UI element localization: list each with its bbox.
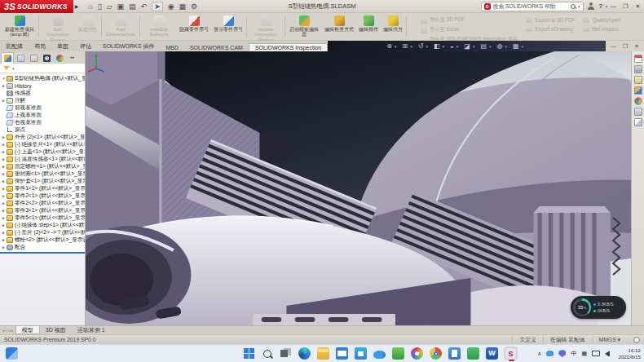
home-icon[interactable]: ⌂ (88, 2, 92, 11)
doc-close-button[interactable]: ✕ (634, 43, 639, 50)
ribbon-tab-布局[interactable]: 布局 (29, 42, 51, 51)
expand-arrow-icon[interactable]: ▶ (1, 245, 7, 249)
print-icon[interactable]: ▤ (129, 2, 136, 11)
monitor-tray-icon[interactable] (592, 351, 600, 356)
doc-restore-button[interactable]: ❐ (623, 43, 628, 50)
widgets-icon[interactable] (6, 347, 18, 360)
ribbon-tab-SOLIDWORKS CAM[interactable]: SOLIDWORKS CAM (184, 44, 249, 51)
tree-item[interactable]: ▶固定螺栓<1> (默认<<默认>_显示状态> (1, 163, 85, 170)
ime-language-indicator[interactable]: 中 (571, 351, 576, 357)
tree-item[interactable]: 原点 (1, 126, 85, 134)
onedrive-tray-icon[interactable] (546, 351, 554, 356)
expand-arrow-icon[interactable]: ▶ (1, 223, 7, 227)
ribbon-button[interactable]: 新建检查项目 (amp:树) (2, 14, 37, 40)
tree-item[interactable]: ▶保护套<1> (默认<<默认>_显示状态> (1, 178, 85, 185)
expand-arrow-icon[interactable]: ▶ (1, 231, 7, 235)
model-tab-3D 视图[interactable]: 3D 视图 (40, 326, 72, 334)
ribbon-tab-装配体[interactable]: 装配体 (0, 42, 29, 51)
rebuild-stoplight-icon[interactable]: ◉ (168, 2, 174, 11)
displaymanager-tab[interactable] (53, 52, 66, 64)
search-caret-icon[interactable]: ▾ (578, 4, 580, 9)
filter-caret-icon[interactable]: ▾ (12, 66, 15, 71)
tab-scroll-arrow[interactable]: » (11, 328, 13, 333)
hide-show-items-icon[interactable]: ▤ (480, 43, 487, 50)
user-account-icon[interactable] (588, 2, 595, 10)
menu-expand-arrow[interactable]: ▶ (75, 3, 79, 9)
view-palette-icon[interactable] (634, 108, 642, 116)
expand-arrow-icon[interactable]: ▶ (1, 209, 7, 213)
expand-arrow-icon[interactable]: ▶ (1, 150, 7, 154)
zoom-fit-icon[interactable]: ⊕ (386, 43, 392, 50)
tree-item[interactable]: ▶注解 (1, 97, 85, 104)
ribbon-tab-草图[interactable]: 草图 (51, 42, 74, 51)
tree-root[interactable]: ▼S型铂铑热电偶 (默认<默认_显示状态-1> (1, 75, 85, 82)
view-orientation-icon-caret[interactable]: ▾ (457, 44, 459, 49)
appearances-icon[interactable] (634, 97, 642, 105)
task-view-icon[interactable] (280, 347, 292, 360)
save-icon[interactable]: ▣ (117, 2, 125, 11)
tree-item[interactable]: ▶零件2<1> (默认<<默认>_显示状态> (1, 192, 85, 200)
view-orientation-icon[interactable]: ◒ (450, 43, 454, 50)
expand-arrow-icon[interactable]: ▶ (1, 194, 7, 198)
solidworks-logo[interactable]: 3S SOLIDWORKS (0, 0, 73, 13)
tree-item[interactable]: ▶History (1, 82, 85, 90)
undo-icon[interactable]: ↶ (141, 2, 148, 11)
ribbon-button[interactable]: 隐藏零件序号 (177, 14, 211, 40)
file-explorer-icon[interactable] (317, 347, 329, 360)
help-icon[interactable]: ? (599, 2, 603, 10)
expand-arrow-icon[interactable]: ▶ (1, 201, 7, 205)
tree-item[interactable]: ▶螺栓<2> (默认<<默认>_显示状态> (1, 236, 85, 244)
expand-arrow-icon[interactable]: ▶ (1, 179, 7, 183)
dimxpertmanager-tab[interactable] (40, 52, 53, 64)
ribbon-button[interactable]: 编辑供方 (381, 14, 405, 40)
tree-item[interactable]: ▶外壳 (2)<1> (默认<<默认>_显示状态> (1, 134, 85, 141)
select-arrow-icon[interactable]: ➤ (152, 2, 163, 11)
store-icon[interactable] (355, 347, 367, 360)
tab-scroll-arrow[interactable]: « (2, 328, 5, 333)
ime-mode-icon[interactable]: ▦ (581, 351, 587, 357)
options-gear-icon[interactable]: ⚙ (191, 2, 197, 11)
open-icon[interactable]: ▱ (107, 2, 112, 11)
taskbar-clock[interactable]: 16:12 2022/8/15 (618, 347, 641, 359)
new-document-icon[interactable]: ▯ (98, 2, 102, 11)
design-library-icon[interactable] (634, 76, 642, 84)
expand-arrow-icon[interactable]: ▶ (1, 165, 7, 169)
expand-arrow-icon[interactable]: ▶ (1, 84, 7, 88)
tree-item[interactable]: 右视基准面 (1, 119, 85, 126)
solidworks-taskbar-icon[interactable]: S (505, 347, 517, 360)
expand-arrow-icon[interactable]: ▶ (1, 99, 7, 103)
apply-scene-icon[interactable]: ▦ (513, 43, 519, 50)
filter-funnel-icon[interactable] (3, 66, 10, 70)
start-button[interactable] (243, 347, 255, 360)
propertymanager-tab[interactable] (14, 52, 27, 64)
search-icon[interactable] (571, 4, 576, 9)
restore-button[interactable]: ❐ (620, 0, 632, 13)
section-view-icon[interactable]: ◧ (434, 43, 440, 50)
taskbar-search-icon[interactable] (263, 350, 271, 358)
model-tab-模型[interactable]: 模型 (15, 326, 40, 334)
net-speed-overlay[interactable]: 35% 0.3KB/S0KB/S (571, 296, 626, 319)
expand-arrow-icon[interactable]: ▶ (1, 187, 7, 191)
graphics-viewport[interactable]: 35% 0.3KB/S0KB/S (86, 51, 644, 325)
expand-arrow-icon[interactable]: ▶ (1, 172, 7, 176)
expand-arrow-icon[interactable]: ▶ (1, 135, 7, 139)
ribbon-button[interactable]: 显示零件序号 (211, 14, 245, 40)
hidden-icons-chevron[interactable]: ∧ (537, 351, 541, 357)
minimize-button[interactable]: — (607, 0, 620, 13)
edit-appearance-icon[interactable]: ◍ (496, 43, 502, 50)
file-explorer-pane-icon[interactable] (634, 86, 642, 95)
tree-item[interactable]: ▶配合 (1, 244, 85, 251)
featuremanager-tree-tab[interactable] (1, 52, 14, 64)
edit-appearance-icon-caret[interactable]: ▾ (505, 44, 507, 49)
ribbon-button[interactable]: 编辑检查方式 (322, 14, 356, 40)
green-app-icon[interactable] (392, 347, 404, 360)
units-selector[interactable]: MMGS ▾ (592, 337, 627, 343)
ribbon-tab-SOLIDWORKS Inspection[interactable]: SOLIDWORKS Inspection (249, 43, 328, 51)
display-style-icon-caret[interactable]: ▾ (473, 44, 475, 49)
ribbon-tab-SOLIDWORKS 插件[interactable]: SOLIDWORKS 插件 (97, 42, 160, 51)
zoom-fit-icon-caret[interactable]: ▾ (395, 44, 397, 49)
ribbon-tab-评估[interactable]: 评估 (74, 42, 97, 51)
chrome-icon[interactable] (430, 347, 442, 360)
expand-arrow-icon[interactable]: ▶ (1, 216, 7, 220)
home-icon[interactable] (634, 55, 642, 63)
